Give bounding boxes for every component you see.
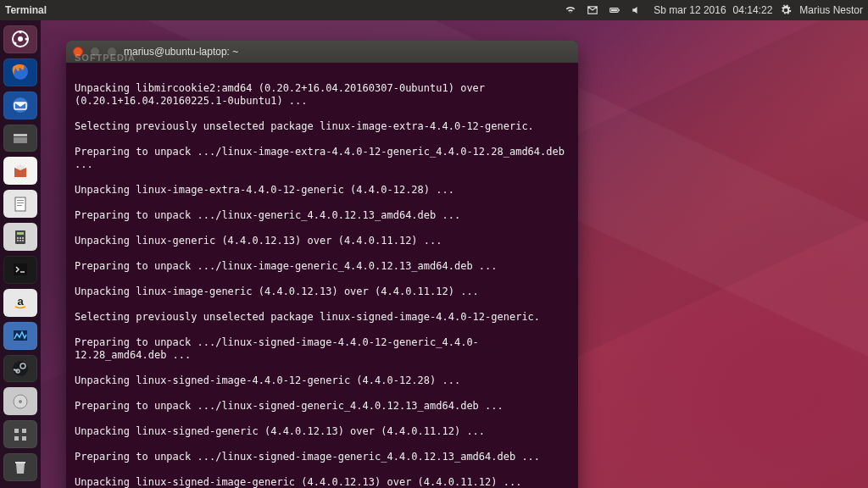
window-title: marius@ubuntu-laptop: ~: [124, 46, 238, 58]
battery-icon[interactable]: [608, 3, 621, 17]
terminal-line: Preparing to unpack .../linux-image-gene…: [75, 260, 498, 272]
session-user[interactable]: Marius Nestor: [799, 4, 863, 16]
terminal-line: Preparing to unpack .../linux-signed-gen…: [75, 400, 504, 412]
svg-rect-14: [15, 197, 25, 211]
volume-icon[interactable]: [630, 3, 643, 17]
terminal-line: Selecting previously unselected package …: [75, 120, 534, 132]
svg-rect-37: [14, 436, 19, 441]
launcher-system-monitor[interactable]: [3, 322, 37, 350]
terminal-line: Preparing to unpack .../linux-signed-ima…: [75, 336, 479, 361]
launcher-terminal[interactable]: [3, 256, 37, 284]
launcher-steam[interactable]: [3, 355, 37, 383]
terminal-line: Preparing to unpack .../linux-signed-ima…: [75, 451, 540, 463]
svg-point-24: [19, 240, 21, 241]
svg-rect-26: [14, 263, 27, 275]
terminal-line: Unpacking linux-generic (4.4.0.12.13) ov…: [75, 235, 442, 247]
svg-text:a: a: [17, 295, 24, 308]
svg-rect-2: [611, 9, 617, 11]
svg-rect-39: [15, 462, 25, 463]
terminal-line: Selecting previously unselected package …: [75, 311, 540, 323]
network-icon[interactable]: [564, 3, 577, 17]
terminal-window[interactable]: marius@ubuntu-laptop: ~ Unpacking libmir…: [66, 41, 578, 488]
launcher-more[interactable]: [3, 420, 37, 448]
terminal-line: Unpacking linux-signed-image-4.4.0-12-ge…: [75, 374, 460, 386]
svg-point-20: [17, 237, 19, 239]
svg-rect-11: [14, 134, 27, 136]
launcher-files[interactable]: [3, 125, 37, 152]
launcher-calculator[interactable]: [3, 223, 37, 251]
launcher-thunderbird[interactable]: [3, 92, 37, 119]
svg-point-29: [13, 361, 28, 376]
terminal-line: Unpacking linux-signed-generic (4.4.0.12…: [75, 425, 485, 437]
svg-point-4: [18, 36, 23, 42]
svg-point-34: [19, 400, 22, 403]
window-minimize-button[interactable]: [90, 47, 100, 57]
launcher-writer[interactable]: [3, 190, 37, 218]
terminal-line: Preparing to unpack .../linux-generic_4.…: [75, 209, 460, 221]
launcher-dash[interactable]: [3, 25, 37, 53]
launcher-software[interactable]: [3, 157, 37, 185]
terminal-output[interactable]: Unpacking libmircookie2:amd64 (0.20.2+16…: [66, 63, 578, 488]
svg-rect-16: [17, 202, 24, 203]
svg-rect-36: [22, 429, 26, 433]
clock-date[interactable]: Sb mar 12 2016: [654, 4, 726, 16]
terminal-line: Unpacking linux-signed-image-generic (4.…: [75, 476, 521, 488]
svg-rect-17: [17, 205, 22, 206]
unity-launcher: a: [0, 20, 41, 488]
launcher-media[interactable]: [3, 387, 37, 415]
active-app-title: Terminal: [5, 4, 47, 16]
terminal-line: Unpacking linux-image-generic (4.4.0.12.…: [75, 286, 479, 297]
launcher-trash[interactable]: [3, 453, 37, 481]
window-maximize-button[interactable]: [107, 47, 117, 57]
launcher-firefox[interactable]: [3, 58, 37, 86]
system-indicators[interactable]: [564, 3, 643, 17]
mail-icon[interactable]: [586, 3, 599, 17]
svg-point-22: [22, 237, 24, 239]
window-close-button[interactable]: [73, 47, 83, 57]
svg-point-7: [14, 42, 17, 45]
svg-rect-1: [619, 9, 620, 11]
window-titlebar[interactable]: marius@ubuntu-laptop: ~: [66, 41, 578, 63]
terminal-line: Unpacking linux-image-extra-4.4.0-12-gen…: [75, 184, 454, 196]
svg-point-6: [25, 38, 28, 41]
svg-rect-38: [22, 436, 26, 441]
top-menubar: Terminal Sb mar 12 2016 04:14:22 Marius …: [0, 0, 868, 20]
launcher-amazon[interactable]: a: [3, 289, 37, 317]
svg-rect-19: [17, 232, 24, 235]
svg-point-23: [17, 240, 19, 241]
svg-rect-15: [17, 200, 24, 201]
svg-point-21: [19, 237, 21, 239]
terminal-line: Preparing to unpack .../linux-image-extr…: [75, 146, 570, 170]
svg-rect-35: [14, 429, 19, 433]
gear-icon[interactable]: [779, 3, 793, 17]
clock-time[interactable]: 04:14:22: [733, 4, 773, 16]
terminal-line: Unpacking libmircookie2:amd64 (0.20.2+16…: [75, 82, 491, 107]
svg-rect-12: [14, 137, 27, 143]
svg-point-5: [19, 31, 22, 34]
svg-point-25: [22, 240, 24, 241]
